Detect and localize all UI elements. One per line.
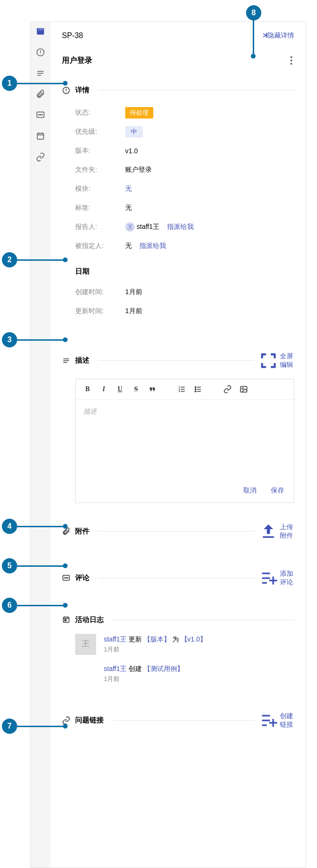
hide-detail-button[interactable]: >I 隐藏详情	[263, 31, 294, 40]
unordered-list-icon[interactable]	[194, 385, 202, 394]
svg-point-42	[66, 577, 67, 578]
save-button[interactable]: 保存	[271, 486, 284, 495]
version-value[interactable]: v1.0	[125, 147, 138, 155]
italic-icon[interactable]: I	[99, 385, 108, 394]
activity-user[interactable]: staff1王	[104, 635, 127, 643]
section-desc-header: 描述 全屏编辑	[62, 351, 294, 370]
callout-5: 5	[2, 558, 17, 573]
reporter-assign-link[interactable]: 指派给我	[167, 223, 194, 231]
bold-icon[interactable]: B	[83, 385, 92, 394]
assignee-assign-link[interactable]: 指派给我	[139, 242, 166, 250]
alert-circle-icon	[62, 86, 70, 95]
reporter-avatar: 王	[125, 222, 135, 232]
upload-attach-button[interactable]: 上传附件	[259, 522, 294, 541]
issue-id: SP-38	[62, 31, 83, 40]
version-label: 版本:	[75, 147, 125, 155]
activity-row: staff1王 创建 【测试用例】 1月前	[75, 663, 294, 683]
svg-point-43	[67, 577, 68, 578]
section-comment-header: 评论 添加评论	[62, 569, 294, 588]
updated-value: 1月前	[125, 307, 142, 316]
svg-point-13	[40, 114, 41, 115]
section-attach-title: 附件	[75, 527, 89, 536]
callout-6: 6	[2, 598, 17, 613]
assignee-label: 被指定人:	[75, 242, 125, 250]
strike-icon[interactable]: S	[132, 385, 140, 394]
svg-point-34	[195, 386, 196, 387]
sidebar-attachment-icon[interactable]	[36, 89, 45, 99]
issue-title: 用户登录	[62, 56, 92, 66]
svg-point-36	[195, 391, 196, 392]
link-icon	[62, 716, 70, 725]
underline-icon[interactable]: U	[116, 385, 124, 394]
callout-8: 8	[246, 5, 261, 20]
sidebar-activity-icon[interactable]	[36, 131, 45, 141]
editor-toolbar: B I U S 123	[76, 379, 294, 400]
created-label: 创建时间:	[75, 288, 125, 296]
section-detail-title: 详情	[75, 86, 89, 95]
sidebar-link-icon[interactable]	[36, 152, 45, 162]
module-value[interactable]: 无	[125, 185, 132, 193]
activity-row: 王 staff1王 更新 【版本】 为 【v1.0】 1月前	[75, 634, 294, 655]
activity-avatar: 王	[75, 634, 96, 655]
create-link-button[interactable]: 创建链接	[259, 711, 294, 730]
activity-field: 【版本】	[144, 635, 170, 643]
svg-rect-39	[263, 536, 274, 538]
folder-label: 文件夹:	[75, 166, 125, 174]
sidebar-comment-icon[interactable]	[36, 110, 45, 120]
callout-2: 2	[2, 252, 17, 267]
callout-7: 7	[2, 719, 17, 734]
add-comment-button[interactable]: 添加评论	[259, 569, 294, 588]
section-link-header: 问题链接 创建链接	[62, 711, 294, 730]
module-label: 模块:	[75, 185, 125, 193]
text-lines-icon	[62, 356, 70, 365]
activity-value: 【v1.0】	[181, 635, 207, 643]
updated-label: 更新时间:	[75, 307, 125, 316]
tag-label: 标签:	[75, 204, 125, 212]
date-subtitle: 日期	[62, 267, 294, 276]
svg-point-14	[42, 114, 43, 115]
priority-badge[interactable]: 中	[125, 126, 143, 138]
status-label: 状态:	[75, 108, 125, 117]
section-desc-title: 描述	[75, 356, 89, 365]
sidebar-detail-icon[interactable]	[36, 48, 45, 57]
desc-fullscreen-button[interactable]: 全屏编辑	[259, 351, 294, 370]
svg-point-38	[242, 388, 243, 389]
editor-body[interactable]: 描述	[76, 400, 294, 481]
cancel-button[interactable]: 取消	[243, 486, 257, 495]
section-comment-title: 评论	[75, 573, 89, 582]
svg-rect-53	[65, 620, 66, 621]
sidebar-overview-icon[interactable]	[36, 27, 45, 36]
callout-3: 3	[2, 332, 17, 347]
section-link-title: 问题链接	[75, 716, 104, 725]
more-menu-icon[interactable]	[288, 54, 294, 67]
activity-user[interactable]: staff1王	[104, 665, 127, 672]
status-badge[interactable]: 待处理	[125, 107, 153, 118]
ordered-list-icon[interactable]: 123	[178, 385, 186, 394]
image-icon[interactable]	[239, 385, 248, 394]
created-value: 1月前	[125, 288, 142, 296]
svg-text:3: 3	[178, 390, 180, 393]
callout-1: 1	[2, 76, 17, 91]
reporter-label: 报告人:	[75, 223, 125, 231]
folder-value[interactable]: 账户登录	[125, 166, 152, 174]
svg-rect-15	[37, 133, 43, 139]
svg-point-7	[40, 54, 41, 55]
section-activity-title: 活动日志	[75, 615, 104, 624]
quote-icon[interactable]	[148, 385, 157, 394]
reporter-value[interactable]: staff1王	[137, 223, 159, 231]
main: SP-38 >I 隐藏详情 用户登录 详情 状态: 待处理 优先级: 中	[50, 22, 306, 868]
section-activity-header: 活动日志	[62, 615, 294, 624]
priority-label: 优先级:	[75, 128, 125, 136]
sidebar-desc-icon[interactable]	[36, 69, 45, 78]
tag-value[interactable]: 无	[125, 204, 132, 212]
sidebar	[30, 22, 50, 868]
callout-4: 4	[2, 519, 17, 534]
activity-value: 【测试用例】	[144, 665, 184, 672]
section-attach-header: 附件 上传附件	[62, 522, 294, 541]
comment-icon	[62, 574, 70, 582]
assignee-value[interactable]: 无	[125, 242, 132, 250]
svg-point-21	[66, 91, 67, 92]
link-icon[interactable]	[223, 385, 232, 394]
activity-time: 1月前	[104, 645, 207, 654]
svg-point-41	[64, 577, 65, 578]
